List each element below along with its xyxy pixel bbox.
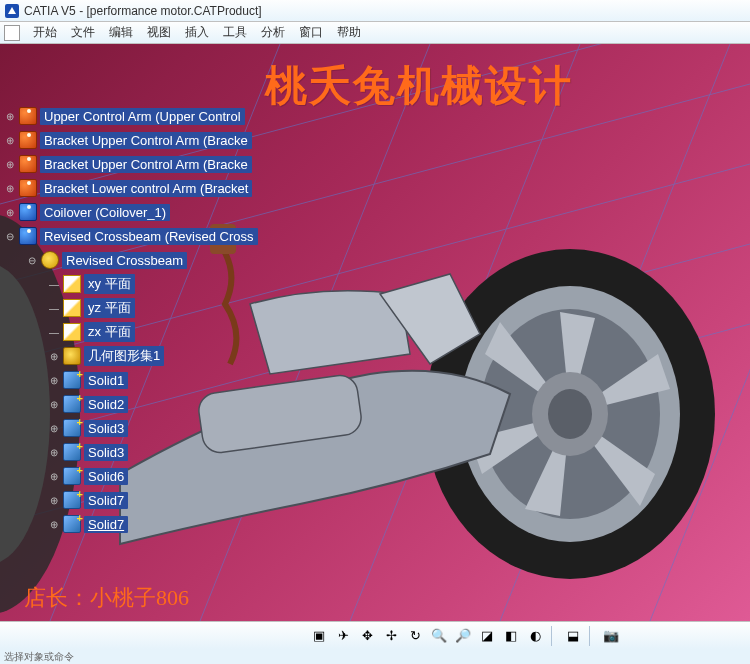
gear-icon (41, 251, 59, 269)
menu-item-2[interactable]: 编辑 (102, 22, 140, 43)
tree-expand-icon[interactable]: ⊕ (4, 159, 16, 170)
tree-expand-icon[interactable]: ⊖ (26, 255, 38, 266)
tree-label[interactable]: Coilover (Coilover_1) (40, 204, 170, 221)
tree-label[interactable]: Solid3 (84, 444, 128, 461)
tree-expand-icon[interactable]: ⊕ (4, 135, 16, 146)
tree-expand-icon[interactable]: ⊕ (4, 183, 16, 194)
tree-row[interactable]: ⊕Upper Control Arm (Upper Control (4, 104, 258, 128)
toolbar-separator (551, 626, 557, 646)
svg-line-8 (350, 44, 580, 621)
solid-icon (63, 467, 81, 485)
tree-expand-icon[interactable]: — (48, 279, 60, 290)
tree-expand-icon[interactable]: ⊕ (48, 471, 60, 482)
hide-show-icon[interactable]: ⬓ (562, 625, 584, 647)
part-blue-icon (19, 203, 37, 221)
svg-line-10 (650, 44, 750, 621)
tree-row[interactable]: ⊕Solid3 (4, 416, 258, 440)
tree-label[interactable]: Solid7 (84, 516, 128, 533)
tree-row[interactable]: ⊕Solid7 (4, 488, 258, 512)
doc-icon (4, 25, 20, 41)
tree-row[interactable]: ⊕Bracket Upper Control Arm (Bracke (4, 128, 258, 152)
menu-item-1[interactable]: 文件 (64, 22, 102, 43)
tree-label[interactable]: Bracket Upper Control Arm (Bracke (40, 156, 252, 173)
tree-expand-icon[interactable]: ⊕ (48, 423, 60, 434)
spec-tree[interactable]: ⊕Upper Control Arm (Upper Control⊕Bracke… (4, 104, 258, 536)
tree-row[interactable]: ⊖Revised Crossbeam (4, 248, 258, 272)
plane-icon (63, 323, 81, 341)
pan-icon[interactable]: ✢ (380, 625, 402, 647)
plane-icon (63, 299, 81, 317)
tree-expand-icon[interactable]: ⊕ (48, 519, 60, 530)
menu-item-3[interactable]: 视图 (140, 22, 178, 43)
fly-icon[interactable]: ✈ (332, 625, 354, 647)
menu-item-0[interactable]: 开始 (26, 22, 64, 43)
tree-label[interactable]: yz 平面 (84, 298, 135, 318)
tree-label[interactable]: Solid3 (84, 420, 128, 437)
watermark-author: 店长：小桃子806 (24, 583, 189, 613)
tree-label[interactable]: xy 平面 (84, 274, 135, 294)
tree-row[interactable]: —yz 平面 (4, 296, 258, 320)
tree-row[interactable]: ⊕几何图形集1 (4, 344, 258, 368)
zoom-in-icon[interactable]: 🔍 (428, 625, 450, 647)
camera-icon[interactable]: 📷 (600, 625, 622, 647)
menu-item-7[interactable]: 窗口 (292, 22, 330, 43)
fit-all-icon[interactable]: ✥ (356, 625, 378, 647)
tree-label[interactable]: Solid2 (84, 396, 128, 413)
zoom-out-icon[interactable]: 🔎 (452, 625, 474, 647)
tree-label[interactable]: Upper Control Arm (Upper Control (40, 108, 245, 125)
tree-row[interactable]: ⊕Solid1 (4, 368, 258, 392)
menu-item-5[interactable]: 工具 (216, 22, 254, 43)
tree-expand-icon[interactable]: ⊕ (4, 111, 16, 122)
solid-icon (63, 515, 81, 533)
tree-row[interactable]: ⊕Solid2 (4, 392, 258, 416)
tree-row[interactable]: —zx 平面 (4, 320, 258, 344)
tree-label[interactable]: Bracket Lower control Arm (Bracket (40, 180, 252, 197)
tree-label[interactable]: 几何图形集1 (84, 346, 164, 366)
tree-expand-icon[interactable]: ⊕ (48, 351, 60, 362)
tree-row[interactable]: ⊖Revised Crossbeam (Revised Cross (4, 224, 258, 248)
expand-all-icon[interactable]: ▣ (308, 625, 330, 647)
tree-expand-icon[interactable]: ⊕ (48, 447, 60, 458)
tree-row[interactable]: ⊕Coilover (Coilover_1) (4, 200, 258, 224)
plane-icon (63, 275, 81, 293)
tree-expand-icon[interactable]: — (48, 327, 60, 338)
normal-view-icon[interactable]: ◪ (476, 625, 498, 647)
tree-row[interactable]: ⊕Solid6 (4, 464, 258, 488)
tree-row[interactable]: ⊕Bracket Upper Control Arm (Bracke (4, 152, 258, 176)
tree-expand-icon[interactable]: ⊕ (48, 495, 60, 506)
tree-row[interactable]: ⊕Solid3 (4, 440, 258, 464)
app-icon (4, 3, 20, 19)
shading-icon[interactable]: ◐ (524, 625, 546, 647)
tree-label[interactable]: Solid7 (84, 492, 128, 509)
svg-point-13 (425, 249, 715, 579)
part-icon (19, 155, 37, 173)
tree-expand-icon[interactable]: ⊖ (4, 231, 16, 242)
tree-expand-icon[interactable]: — (48, 303, 60, 314)
watermark-title: 桃夭兔机械设计 (265, 58, 573, 114)
tree-label[interactable]: Solid6 (84, 468, 128, 485)
tree-label[interactable]: Revised Crossbeam (62, 252, 187, 269)
solid-icon (63, 443, 81, 461)
tree-expand-icon[interactable]: ⊕ (48, 375, 60, 386)
tree-expand-icon[interactable]: ⊕ (48, 399, 60, 410)
tree-label[interactable]: Bracket Upper Control Arm (Bracke (40, 132, 252, 149)
menu-item-6[interactable]: 分析 (254, 22, 292, 43)
tree-label[interactable]: Revised Crossbeam (Revised Cross (40, 228, 258, 245)
geom-icon (63, 347, 81, 365)
tree-row[interactable]: ⊕Bracket Lower control Arm (Bracket (4, 176, 258, 200)
tree-label[interactable]: zx 平面 (84, 322, 135, 342)
tree-expand-icon[interactable]: ⊕ (4, 207, 16, 218)
svg-point-14 (460, 286, 680, 542)
solid-icon (63, 491, 81, 509)
tree-label[interactable]: Solid1 (84, 372, 128, 389)
solid-icon (63, 419, 81, 437)
tree-row[interactable]: —xy 平面 (4, 272, 258, 296)
part-blue-icon (19, 227, 37, 245)
menu-item-8[interactable]: 帮助 (330, 22, 368, 43)
menu-item-4[interactable]: 插入 (178, 22, 216, 43)
rotate-icon[interactable]: ↻ (404, 625, 426, 647)
iso-view-icon[interactable]: ◧ (500, 625, 522, 647)
3d-viewport[interactable]: 桃夭兔机械设计 店长：小桃子806 ⊕Upper Control Arm (Up… (0, 44, 750, 621)
titlebar: CATIA V5 - [performance motor.CATProduct… (0, 0, 750, 22)
tree-row[interactable]: ⊕Solid7 (4, 512, 258, 536)
